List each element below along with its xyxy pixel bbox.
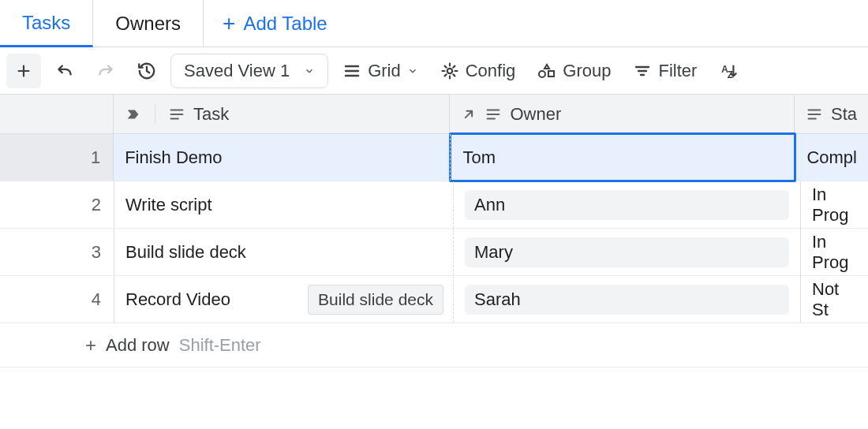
row-number: 2 [0, 181, 114, 228]
task-cell[interactable]: Write script [114, 181, 454, 228]
add-row-button[interactable]: + Add row Shift-Enter [0, 323, 868, 367]
add-row-hint: Shift-Enter [179, 335, 261, 356]
config-button[interactable]: Config [432, 61, 524, 81]
text-type-icon [806, 106, 823, 123]
task-cell[interactable]: Finish Demo [114, 134, 451, 181]
add-table-button[interactable]: + Add Table [204, 13, 346, 35]
table-row[interactable]: 3 Build slide deck Mary In Prog [0, 229, 868, 276]
status-cell[interactable]: Not St [801, 276, 868, 323]
owner-cell[interactable]: Tom [451, 134, 795, 181]
chevron-down-icon [407, 65, 418, 76]
status-cell[interactable]: Compl [795, 134, 868, 181]
saved-view-label: Saved View 1 [184, 61, 290, 81]
gear-icon [440, 62, 459, 80]
add-button[interactable] [6, 54, 41, 88]
task-cell[interactable]: Build slide deck [114, 229, 454, 275]
lookup-arrow-icon [461, 106, 477, 122]
plus-icon: + [223, 13, 235, 35]
chevron-tag-icon [125, 106, 142, 123]
text-type-icon [485, 106, 502, 123]
status-cell[interactable]: In Prog [801, 229, 868, 275]
status-cell[interactable]: In Prog [801, 181, 868, 228]
table-row[interactable]: 1 Finish Demo Tom Compl [0, 134, 868, 181]
saved-view-dropdown[interactable]: Saved View 1 [170, 54, 328, 88]
svg-point-0 [447, 68, 452, 73]
text-type-icon [168, 106, 185, 123]
owner-cell[interactable]: Ann [454, 181, 801, 228]
owner-cell[interactable]: Sarah [454, 276, 801, 323]
add-table-label: Add Table [243, 13, 327, 35]
owner-column-label: Owner [510, 104, 561, 125]
add-row-label: Add row [106, 335, 170, 356]
filter-label: Filter [658, 61, 697, 81]
column-header-task[interactable]: Task [114, 95, 451, 133]
column-header-status[interactable]: Sta [795, 95, 868, 133]
tooltip: Build slide deck [308, 285, 443, 315]
chevron-down-icon [304, 65, 315, 76]
group-icon [537, 62, 556, 80]
filter-icon [633, 62, 652, 80]
selected-cell[interactable]: Tom [449, 132, 796, 182]
status-column-label: Sta [831, 104, 857, 125]
task-cell[interactable]: Record Video Build slide deck [114, 276, 454, 323]
row-number: 3 [0, 229, 114, 275]
row-number-header [0, 95, 114, 133]
grid-view-dropdown[interactable]: Grid [335, 61, 426, 81]
config-label: Config [466, 61, 516, 81]
owner-cell[interactable]: Mary [454, 229, 801, 275]
history-button[interactable] [129, 54, 164, 88]
row-number: 1 [0, 134, 114, 181]
task-column-label: Task [193, 104, 229, 125]
sort-button[interactable]: AZ [711, 61, 739, 81]
grid-label: Grid [368, 61, 401, 81]
grid-header-row: Task Owner Sta [0, 95, 868, 134]
undo-button[interactable] [47, 54, 82, 88]
tab-owners[interactable]: Owners [93, 0, 204, 47]
row-number: 4 [0, 276, 114, 323]
table-row[interactable]: 4 Record Video Build slide deck Sarah No… [0, 276, 868, 323]
group-label: Group [563, 61, 611, 81]
redo-button[interactable] [88, 54, 123, 88]
plus-icon: + [85, 334, 96, 356]
sort-az-icon: AZ [719, 61, 739, 81]
group-button[interactable]: Group [529, 61, 619, 81]
table-row[interactable]: 2 Write script Ann In Prog [0, 181, 868, 229]
tab-tasks[interactable]: Tasks [0, 0, 93, 47]
filter-button[interactable]: Filter [625, 61, 705, 81]
grid-icon [342, 62, 361, 80]
column-header-owner[interactable]: Owner [450, 95, 794, 133]
